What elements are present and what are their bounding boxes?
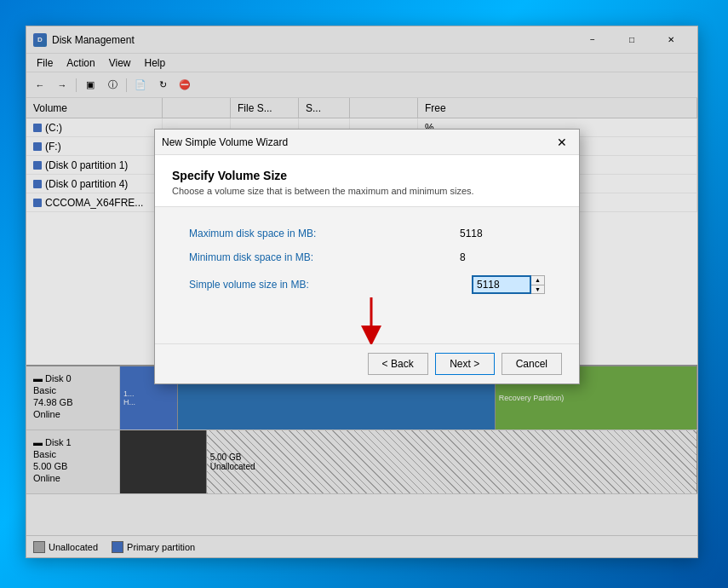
spin-down-button[interactable]: ▼ [531, 285, 544, 294]
cancel-button[interactable]: Cancel [502, 353, 562, 375]
modal-overlay: New Simple Volume Wizard ✕ Specify Volum… [26, 26, 697, 557]
wizard-dialog: New Simple Volume Wizard ✕ Specify Volum… [154, 129, 580, 384]
wizard-description: Choose a volume size that is between the… [172, 186, 562, 196]
wizard-title: New Simple Volume Wizard [162, 136, 552, 148]
size-input[interactable] [472, 275, 531, 294]
min-value: 8 [460, 251, 545, 263]
size-label: Simple volume size in MB: [189, 279, 472, 291]
wizard-heading: Specify Volume Size [172, 169, 562, 182]
form-row-min: Minimum disk space in MB: 8 [189, 251, 545, 263]
wizard-close-button[interactable]: ✕ [552, 132, 572, 153]
min-label: Minimum disk space in MB: [189, 251, 460, 263]
form-row-max: Maximum disk space in MB: 5118 [189, 228, 545, 239]
main-window: D Disk Management − □ ✕ File Action View… [26, 26, 698, 558]
back-button[interactable]: < Back [368, 353, 428, 375]
wizard-content: Maximum disk space in MB: 5118 Minimum d… [155, 207, 579, 343]
wizard-title-bar: New Simple Volume Wizard ✕ [155, 130, 579, 155]
max-label: Maximum disk space in MB: [189, 228, 460, 239]
wizard-body: Specify Volume Size Choose a volume size… [155, 155, 579, 383]
spin-up-button[interactable]: ▲ [531, 276, 544, 285]
size-input-group: ▲ ▼ [472, 275, 545, 294]
wizard-footer: < Back Next > Cancel [155, 343, 579, 383]
form-row-size: Simple volume size in MB: ▲ ▼ [189, 275, 545, 294]
max-value: 5118 [460, 228, 545, 239]
next-button[interactable]: Next > [435, 353, 495, 375]
spin-buttons: ▲ ▼ [531, 275, 545, 294]
wizard-header: Specify Volume Size Choose a volume size… [155, 155, 579, 207]
